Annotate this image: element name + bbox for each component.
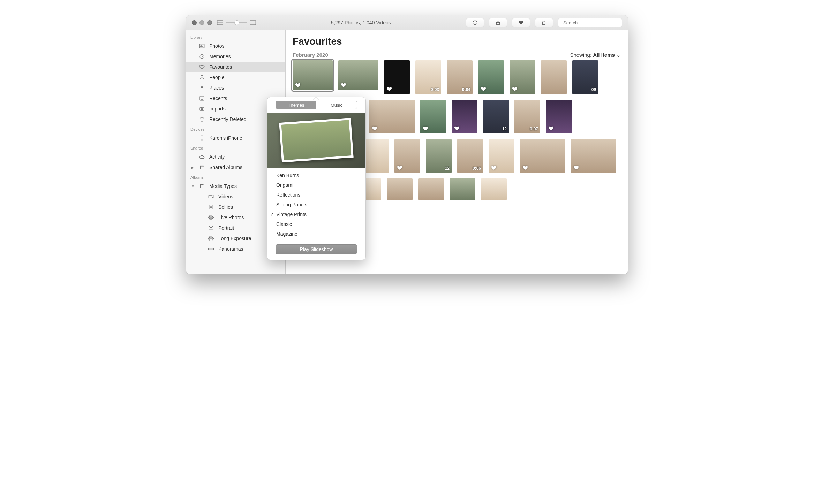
photo-thumb[interactable]: 09: [572, 60, 598, 94]
photo-thumb[interactable]: [481, 178, 507, 200]
theme-label: Magazine: [276, 231, 297, 237]
sidebar-item-memories[interactable]: Memories: [186, 51, 285, 62]
sidebar-item-label: Panoramas: [218, 246, 243, 252]
pin-icon: [198, 85, 206, 91]
sidebar-item-places[interactable]: Places: [186, 83, 285, 93]
photo-thumb[interactable]: [338, 60, 378, 90]
photo-thumb[interactable]: [420, 100, 446, 133]
svg-point-16: [201, 86, 203, 88]
photo-thumb[interactable]: [384, 60, 410, 94]
sidebar-item-people[interactable]: People: [186, 72, 285, 83]
favourite-badge-icon: [548, 125, 554, 131]
sidebar-item-favourites[interactable]: Favourites: [186, 62, 285, 72]
theme-option[interactable]: Sliding Panels: [267, 200, 365, 209]
stack-icon: [198, 164, 206, 170]
photo-thumb[interactable]: [387, 178, 413, 200]
theme-option[interactable]: Origami: [267, 180, 365, 190]
svg-rect-25: [209, 195, 212, 198]
window-controls: [192, 20, 212, 25]
minimize-window-button[interactable]: [199, 20, 204, 25]
video-icon: [207, 193, 215, 200]
photo-thumb[interactable]: [450, 178, 475, 200]
photo-thumb[interactable]: [478, 60, 504, 94]
imports-icon: [198, 106, 206, 112]
iphone-icon: [198, 135, 206, 141]
fullscreen-window-button[interactable]: [207, 20, 212, 25]
photo-thumb[interactable]: 0:07: [514, 100, 540, 133]
photo-thumb[interactable]: 12: [483, 100, 509, 133]
theme-option[interactable]: Reflections: [267, 190, 365, 200]
close-window-button[interactable]: [192, 20, 197, 25]
play-slideshow-button[interactable]: Play Slideshow: [276, 244, 357, 254]
info-button[interactable]: [466, 18, 484, 27]
photo-thumb[interactable]: [489, 139, 514, 173]
favourite-button[interactable]: [512, 18, 530, 27]
sidebar-item-label: Portrait: [218, 225, 234, 231]
favourite-badge-icon: [480, 86, 487, 92]
svg-rect-34: [209, 248, 214, 250]
grid-small-icon: [217, 20, 223, 25]
pano-icon: [207, 246, 215, 252]
photo-thumb[interactable]: [394, 139, 420, 173]
photo-thumb[interactable]: 0:03: [415, 60, 441, 94]
photo-thumb[interactable]: 12: [426, 139, 452, 173]
caret-down-icon: ▼: [191, 184, 195, 188]
photo-thumb[interactable]: [571, 139, 616, 173]
search-input[interactable]: [563, 20, 623, 26]
titlebar: 5,297 Photos, 1,040 Videos: [186, 15, 628, 30]
svg-rect-24: [201, 185, 204, 188]
sidebar-item-photos[interactable]: Photos: [186, 41, 285, 51]
theme-option[interactable]: Classic: [267, 219, 365, 229]
svg-point-6: [475, 21, 475, 22]
sidebar-item-label: Karen's iPhone: [209, 135, 242, 141]
tab-themes[interactable]: Themes: [276, 101, 316, 109]
theme-option[interactable]: ✓Vintage Prints: [267, 209, 365, 219]
search-field[interactable]: [558, 18, 622, 27]
video-duration: 0:07: [530, 127, 538, 131]
video-duration: 0:06: [473, 166, 481, 171]
theme-option[interactable]: Ken Burns: [267, 170, 365, 180]
photo-thumb[interactable]: [510, 60, 535, 94]
favourite-badge-icon: [340, 82, 347, 88]
sidebar-item-label: Videos: [218, 194, 233, 199]
sidebar-item-label: Selfies: [218, 204, 233, 210]
slideshow-popover: Themes Music Ken BurnsOrigamiReflections…: [267, 97, 366, 260]
video-duration: 0:04: [462, 87, 470, 92]
rotate-button[interactable]: [535, 18, 553, 27]
photo-thumb[interactable]: [369, 100, 415, 133]
share-button[interactable]: [489, 18, 507, 27]
photo-thumb[interactable]: [520, 139, 565, 173]
photo-thumb[interactable]: [418, 178, 444, 200]
stack-icon: [198, 183, 206, 189]
favourite-badge-icon: [295, 82, 301, 88]
showing-filter[interactable]: Showing: All Items ⌄: [570, 52, 621, 58]
photos-icon: [198, 43, 206, 49]
svg-point-29: [209, 216, 213, 220]
theme-label: Vintage Prints: [276, 212, 307, 217]
photo-thumb[interactable]: 0:06: [457, 139, 483, 173]
svg-rect-23: [201, 166, 204, 169]
sidebar-section-header: Library: [186, 32, 285, 41]
theme-option[interactable]: Magazine: [267, 229, 365, 239]
svg-point-31: [210, 238, 212, 239]
svg-point-28: [210, 217, 212, 219]
svg-rect-9: [542, 22, 545, 24]
svg-rect-18: [200, 107, 204, 110]
photo-thumb[interactable]: [452, 100, 477, 133]
thumbnail-zoom[interactable]: [217, 20, 256, 25]
video-duration: 12: [502, 127, 507, 131]
sidebar-item-label: Activity: [209, 154, 225, 160]
sidebar-item-label: Recents: [209, 96, 227, 101]
video-duration: 09: [591, 87, 596, 92]
photo-thumb[interactable]: [541, 60, 567, 94]
svg-point-15: [201, 75, 203, 77]
recents-icon: [198, 95, 206, 101]
sidebar-item-label: Favourites: [209, 64, 232, 70]
tab-music[interactable]: Music: [316, 101, 357, 109]
favourite-badge-icon: [522, 165, 528, 171]
favourite-badge-icon: [397, 165, 403, 171]
zoom-slider[interactable]: [226, 22, 247, 23]
photo-thumb[interactable]: 0:04: [447, 60, 473, 94]
photo-thumb[interactable]: [293, 60, 333, 90]
photo-thumb[interactable]: [546, 100, 572, 133]
